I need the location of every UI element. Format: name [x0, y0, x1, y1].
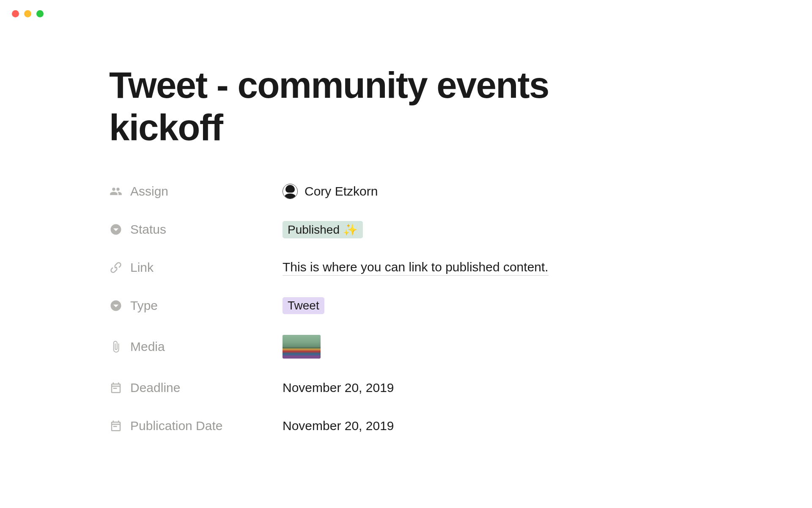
media-thumbnail[interactable] [283, 335, 321, 359]
property-type[interactable]: Type Tweet [109, 297, 660, 315]
assignee-name: Cory Etzkorn [304, 184, 378, 199]
property-deadline[interactable]: Deadline November 20, 2019 [109, 379, 660, 397]
link-icon [109, 261, 123, 274]
person-icon [109, 185, 123, 198]
property-media[interactable]: Media [109, 335, 660, 359]
property-label-assign: Assign [109, 184, 283, 199]
properties-list: Assign Cory Etzkorn Status Published ✨ [109, 182, 660, 435]
property-status[interactable]: Status Published ✨ [109, 221, 660, 238]
window-controls [0, 0, 812, 17]
property-label-type: Type [109, 298, 283, 313]
property-label-publication-date: Publication Date [109, 419, 283, 433]
page-content: Tweet - community events kickoff Assign … [0, 17, 660, 435]
calendar-icon [109, 419, 123, 433]
property-label-text: Publication Date [130, 419, 222, 433]
status-tag: Published ✨ [283, 221, 363, 238]
deadline-date: November 20, 2019 [283, 381, 394, 395]
paperclip-icon [109, 340, 123, 353]
publication-date: November 20, 2019 [283, 419, 394, 433]
avatar [283, 184, 298, 199]
property-value-publication-date[interactable]: November 20, 2019 [283, 419, 394, 433]
property-label-link: Link [109, 260, 283, 275]
property-assign[interactable]: Assign Cory Etzkorn [109, 182, 660, 200]
property-label-text: Assign [130, 184, 168, 199]
property-label-text: Status [130, 222, 166, 237]
property-value-assign[interactable]: Cory Etzkorn [283, 184, 378, 199]
property-value-status[interactable]: Published ✨ [283, 221, 363, 238]
close-window-button[interactable] [12, 10, 19, 17]
link-text: This is where you can link to published … [283, 260, 549, 276]
property-label-text: Deadline [130, 381, 180, 395]
property-label-deadline: Deadline [109, 381, 283, 395]
property-label-status: Status [109, 222, 283, 237]
chevron-down-circle-icon [109, 223, 123, 236]
calendar-icon [109, 381, 123, 395]
maximize-window-button[interactable] [36, 10, 44, 17]
type-tag: Tweet [283, 297, 324, 314]
minimize-window-button[interactable] [24, 10, 31, 17]
property-value-link[interactable]: This is where you can link to published … [283, 260, 549, 276]
property-label-text: Media [130, 340, 165, 354]
property-label-media: Media [109, 340, 283, 354]
chevron-down-circle-icon [109, 299, 123, 312]
property-value-type[interactable]: Tweet [283, 297, 324, 314]
property-value-deadline[interactable]: November 20, 2019 [283, 381, 394, 395]
property-value-media[interactable] [283, 335, 321, 359]
property-publication-date[interactable]: Publication Date November 20, 2019 [109, 417, 660, 435]
property-label-text: Type [130, 298, 158, 313]
property-link[interactable]: Link This is where you can link to publi… [109, 259, 660, 276]
page-title[interactable]: Tweet - community events kickoff [109, 64, 660, 149]
property-label-text: Link [130, 260, 154, 275]
